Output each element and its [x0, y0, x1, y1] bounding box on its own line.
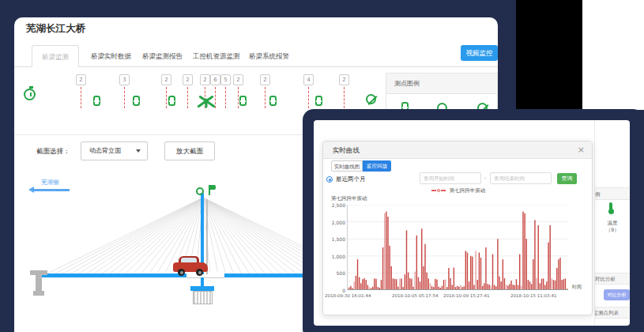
bridge-pier [36, 275, 42, 292]
x-axis-tick: 2018-10-09 15:27:41 [443, 293, 489, 298]
thermometer-icon [608, 209, 614, 214]
y-axis-tick: 2,000 [325, 220, 345, 225]
x-axis-title: 时间 [572, 284, 582, 291]
y-axis-tick: 2,500 [325, 202, 345, 208]
start-time-input[interactable] [420, 172, 481, 184]
sensor-dashed-line [166, 87, 167, 108]
sensor-dashed-line [225, 87, 226, 108]
sensor-dashed-line [308, 87, 309, 108]
prohibition-icon [366, 94, 376, 104]
recent-two-months-radio[interactable] [326, 176, 333, 183]
sensor-count-badge: 3 [119, 74, 130, 85]
y-axis-tick: 0 [325, 288, 345, 293]
overlay-content: 例 温度 （9） 对比分析 对比分析 绑定测点列表 实时曲线 × 实时曲线图 监… [314, 120, 630, 326]
chain-link-icon [168, 96, 175, 106]
x-axis-tick: 2018-10-15 11:03:41 [510, 293, 556, 298]
main-tab-1[interactable]: 桥梁实时数据 [81, 45, 141, 67]
chart-legend: 第七跨跨中振动 [323, 187, 593, 194]
sensor-dashed-line [344, 87, 345, 108]
sensor-dashed-line [124, 87, 125, 108]
temperature-count: （9） [595, 227, 630, 234]
compare-section-header: 对比分析 [595, 273, 630, 285]
dialog-title: 实时曲线 [333, 146, 360, 156]
compare-analysis-button[interactable]: 对比分析 [604, 289, 630, 300]
sensor-count-badge: 2 [76, 74, 86, 85]
zoom-section-button[interactable]: 放大截面 [164, 141, 215, 160]
sensor-count-badge: 2 [233, 74, 243, 85]
main-tab-0[interactable]: 桥梁监测 [32, 45, 79, 67]
legend-marker [431, 190, 436, 191]
temperature-label: 温度 [595, 220, 630, 227]
tower-sensor-icon [196, 187, 204, 195]
main-tab-4[interactable]: 桥梁系统报警 [239, 45, 299, 67]
close-icon[interactable]: × [578, 145, 585, 155]
y-axis-tick: 1,000 [325, 254, 345, 259]
vibration-chart: 时间 05001,0001,5002,0002,5002018-09-30 16… [325, 202, 590, 312]
query-button[interactable]: 查询 [557, 173, 577, 184]
chevron-down-icon [136, 149, 141, 153]
sensor-dashed-line [81, 87, 81, 108]
dialog-header[interactable] [323, 141, 592, 159]
sensor-dashed-line [238, 87, 239, 108]
legend-header-partial: 例 [595, 187, 630, 200]
background-white-region [582, 0, 644, 110]
background-black-region [516, 0, 582, 110]
chart-plot [347, 205, 569, 291]
section-select-value: 动态背立面 [89, 147, 121, 154]
end-time-input[interactable] [490, 172, 552, 184]
points-list-header: 绑定测点列表 [595, 307, 630, 319]
page-title: 芜湖长江大桥 [26, 22, 85, 36]
pliers-icon [195, 92, 217, 113]
sensor-count-badge: 2 [183, 74, 193, 85]
overlay-window: 例 温度 （9） 对比分析 对比分析 绑定测点列表 实时曲线 × 实时曲线图 监… [303, 109, 644, 332]
chain-link-icon [133, 96, 140, 106]
legend-marker [437, 189, 440, 192]
bridge-foundation [193, 291, 213, 304]
section-select-dropdown[interactable]: 动态背立面 [81, 141, 148, 160]
bridge-pier [33, 291, 44, 296]
video-monitor-button[interactable]: 视频监控 [461, 45, 498, 61]
section-select-label: 截面选择： [36, 147, 70, 157]
sensor-count-badge: 2 [200, 74, 210, 85]
x-axis-tick: 2018-09-30 16:01:44 [325, 293, 371, 298]
sensor-count-badge: 2 [161, 74, 171, 85]
y-axis-tick: 1,500 [325, 236, 345, 242]
sensor-count-badge: 4 [303, 74, 314, 85]
car-illustration [173, 256, 209, 277]
sensor-count-badge: 6 [210, 74, 220, 85]
sensor-dashed-line [187, 87, 188, 108]
sensor-count-badge: 2 [260, 74, 270, 85]
range-separator: - [484, 175, 487, 181]
legend-series-label: 第七跨跨中振动 [450, 187, 486, 194]
recent-two-months-label: 最近两个月 [336, 175, 366, 183]
chain-link-icon [315, 96, 322, 106]
tab-realtime-curve[interactable]: 实时曲线图 [331, 160, 363, 172]
sensor-count-badge: 5 [220, 74, 231, 85]
chain-link-icon [93, 96, 100, 106]
main-tabbar: 桥梁监测桥梁实时数据桥梁监测报告工控机资源监测桥梁系统报警 [14, 43, 498, 67]
screen: 芜湖长江大桥 桥梁监测桥梁实时数据桥梁监测报告工控机资源监测桥梁系统报警 视频监… [0, 0, 644, 332]
tower-flag-icon [210, 185, 216, 190]
sensor-dashed-line [265, 87, 266, 108]
chain-link-icon [269, 96, 277, 106]
realtime-curve-dialog: 实时曲线 × 实时曲线图 监控回放 最近两个月 - 查询 第七跨跨中振动 第七跨… [322, 141, 593, 315]
tab-monitor-playback[interactable]: 监控回放 [363, 160, 391, 172]
x-axis-tick: 2018-10-05 05:17:54 [392, 293, 438, 298]
y-axis-tick: 500 [325, 270, 345, 276]
chain-link-icon [239, 96, 247, 106]
legend-panel-title: 测点图例 [386, 74, 497, 94]
legend-marker [441, 190, 446, 191]
stopwatch-icon [24, 89, 36, 100]
sensor-count-badge: 2 [339, 74, 349, 85]
